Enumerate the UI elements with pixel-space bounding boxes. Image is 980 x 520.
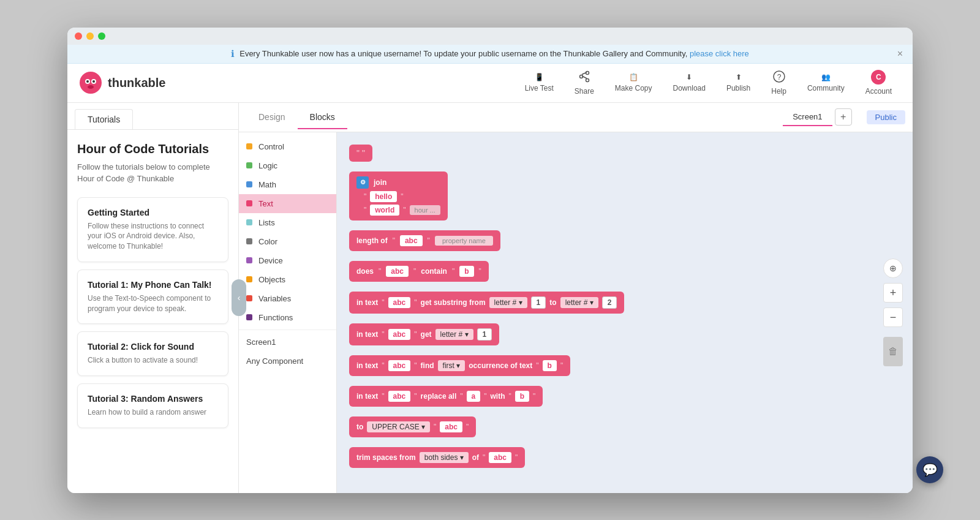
abc-val[interactable]: abc — [388, 297, 411, 308]
make-copy-button[interactable]: 📋 Make Copy — [606, 69, 661, 96]
screen1-tab[interactable]: Screen1 — [783, 108, 832, 126]
functions-dot — [246, 314, 252, 320]
blocks-canvas[interactable]: " " ⚙ join " hell — [337, 132, 913, 493]
category-variables[interactable]: Variables — [239, 289, 336, 308]
q-l7: " — [509, 392, 511, 401]
math-label: Math — [258, 180, 276, 189]
abc-val5[interactable]: abc — [440, 421, 462, 432]
account-button[interactable]: C Account — [857, 66, 900, 99]
control-label: Control — [258, 142, 284, 151]
uppercase-dropdown[interactable]: UPPER CASE ▾ — [367, 421, 430, 432]
zoom-out-button[interactable]: − — [883, 307, 903, 327]
category-any-component[interactable]: Any Component — [239, 352, 336, 371]
abc-val4[interactable]: abc — [388, 391, 411, 402]
chat-button[interactable]: 💬 — [916, 456, 943, 483]
community-button[interactable]: 👥 Community — [799, 69, 853, 96]
collapse-sidebar-button[interactable]: ‹ — [232, 279, 246, 316]
close-icon[interactable]: × — [897, 48, 903, 59]
maximize-dot[interactable] — [98, 32, 105, 40]
tutorial-card-1[interactable]: Tutorial 1: My Phone Can Talk! Use the T… — [77, 269, 228, 325]
in-text-label4: in text — [356, 392, 378, 401]
download-icon: ⬇ — [686, 73, 692, 81]
tutorial-card-getting-started[interactable]: Getting Started Follow these instruction… — [77, 197, 228, 262]
b-val2[interactable]: b — [515, 391, 529, 402]
download-button[interactable]: ⬇ Download — [665, 69, 714, 96]
public-badge: Public — [867, 110, 905, 124]
b-value[interactable]: b — [459, 266, 473, 277]
tutorials-tab[interactable]: Tutorials — [75, 109, 133, 129]
category-text[interactable]: Text — [239, 194, 336, 213]
b-val[interactable]: b — [543, 360, 557, 371]
abc-val3[interactable]: abc — [388, 360, 411, 371]
recenter-button[interactable]: ⊕ — [883, 258, 903, 278]
category-objects[interactable]: Objects — [239, 270, 336, 289]
substring-block[interactable]: in text " abc " get substring from lette… — [349, 292, 624, 314]
q-right2: " — [479, 267, 481, 276]
add-screen-button[interactable]: + — [835, 108, 852, 126]
join-header: ⚙ join — [356, 176, 440, 189]
first-dropdown[interactable]: first ▾ — [438, 360, 466, 371]
num-2-value[interactable]: 2 — [602, 296, 617, 309]
hello-value[interactable]: hello — [370, 191, 397, 202]
category-screen1[interactable]: Screen1 — [239, 333, 336, 352]
letter-hash-dropdown-3[interactable]: letter # ▾ — [435, 329, 473, 340]
block-row-substring: in text " abc " get substring from lette… — [349, 292, 900, 314]
titlebar — [67, 28, 913, 45]
zoom-in-button[interactable]: + — [883, 283, 903, 303]
q-l6: " — [460, 392, 462, 401]
replace-all-block[interactable]: in text " abc " replace all " a " with "… — [349, 386, 543, 407]
abc-value[interactable]: abc — [386, 266, 409, 277]
blocks-tab[interactable]: Blocks — [298, 106, 347, 129]
tutorial-card-2[interactable]: Tutorial 2: Click for Sound Click a butt… — [77, 331, 228, 376]
abc-value[interactable]: abc — [400, 235, 423, 246]
design-tab[interactable]: Design — [246, 106, 298, 129]
block-row-replace: in text " abc " replace all " a " with "… — [349, 386, 900, 407]
q-r9: " — [515, 453, 518, 462]
q-l9: " — [483, 453, 485, 462]
logo-icon — [80, 72, 102, 94]
text-dot — [246, 200, 252, 206]
category-functions[interactable]: Functions — [239, 308, 336, 327]
q-r4: " — [560, 361, 563, 370]
quote-left-icon: " — [356, 148, 360, 158]
category-color[interactable]: Color — [239, 232, 336, 251]
trim-spaces-block[interactable]: trim spaces from both sides ▾ of " abc " — [349, 447, 525, 468]
sidebar-content: Hour of Code Tutorials Follow the tutori… — [67, 130, 238, 493]
notif-link[interactable]: please click here — [690, 49, 749, 58]
a-val[interactable]: a — [467, 391, 481, 402]
trash-button[interactable]: 🗑 — [883, 337, 903, 366]
world-value[interactable]: world — [370, 205, 399, 216]
publish-button[interactable]: ⬆ Publish — [718, 69, 759, 96]
get-letter-block[interactable]: in text " abc " get letter # ▾ 1 — [349, 323, 499, 345]
join-block[interactable]: ⚙ join " hello " " world " — [349, 171, 448, 220]
device-label: Device — [258, 256, 283, 265]
category-lists[interactable]: Lists — [239, 213, 336, 232]
svg-point-0 — [80, 72, 102, 94]
minimize-dot[interactable] — [86, 32, 94, 40]
q-r7: " — [533, 392, 535, 401]
does-contain-block[interactable]: does " abc " contain " b " — [349, 261, 489, 282]
tutorial-card-desc: Follow these instructions to connect you… — [88, 221, 218, 252]
both-sides-dropdown[interactable]: both sides ▾ — [420, 452, 469, 463]
num-1-value[interactable]: 1 — [531, 296, 546, 309]
category-math[interactable]: Math — [239, 175, 336, 194]
num-1b-value[interactable]: 1 — [477, 328, 492, 341]
empty-string-block[interactable]: " " — [349, 145, 372, 162]
category-control[interactable]: Control — [239, 137, 336, 156]
length-of-block[interactable]: length of " abc " property name — [349, 230, 500, 251]
letter-hash-dropdown-2[interactable]: letter # ▾ — [560, 297, 598, 308]
tutorial-card-3[interactable]: Tutorial 3: Random Answers Learn how to … — [77, 383, 228, 428]
abc-val6[interactable]: abc — [489, 452, 511, 463]
notif-text: Every Thunkable user now has a unique us… — [239, 49, 687, 58]
share-button[interactable]: Share — [566, 67, 603, 99]
help-button[interactable]: ? Help — [763, 67, 795, 99]
letter-hash-dropdown-1[interactable]: letter # ▾ — [489, 297, 527, 308]
q-r: " — [414, 298, 417, 307]
category-logic[interactable]: Logic — [239, 156, 336, 175]
find-occurrence-block[interactable]: in text " abc " find first ▾ occurrence … — [349, 355, 570, 376]
close-dot[interactable] — [75, 32, 82, 40]
uppercase-block[interactable]: to UPPER CASE ▾ " abc " — [349, 416, 476, 437]
live-test-button[interactable]: 📱 Live Test — [516, 69, 562, 96]
category-device[interactable]: Device — [239, 251, 336, 270]
abc-val2[interactable]: abc — [388, 329, 411, 340]
